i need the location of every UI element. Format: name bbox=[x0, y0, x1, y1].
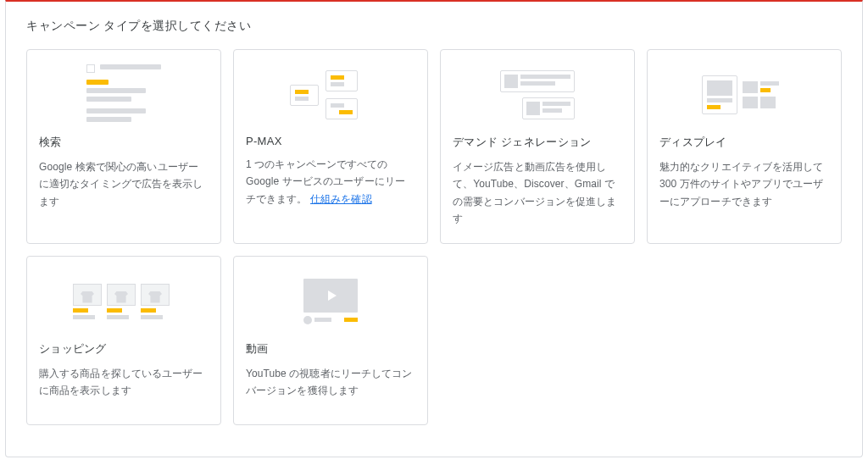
campaign-card-display[interactable]: ディスプレイ 魅力的なクリエイティブを活用して 300 万件のサイトやアプリでユ… bbox=[647, 49, 842, 244]
card-title: ショッピング bbox=[39, 341, 209, 357]
demand-gen-icon bbox=[453, 62, 622, 128]
campaign-card-video[interactable]: 動画 YouTube の視聴者にリーチしてコンバージョンを獲得します bbox=[233, 256, 428, 425]
card-desc: 1 つのキャンペーンですべての Google サービスのユーザーにリーチできます… bbox=[246, 156, 415, 208]
card-title: 検索 bbox=[39, 135, 209, 150]
pmax-icon bbox=[246, 62, 415, 128]
campaign-card-shopping[interactable]: ショッピング 購入する商品を探しているユーザーに商品を表示します bbox=[26, 256, 221, 425]
campaign-type-panel: キャンペーン タイプを選択してください 検索 Google 検索で関心の高いユー… bbox=[5, 0, 863, 457]
panel-title: キャンペーン タイプを選択してください bbox=[6, 2, 862, 49]
campaign-card-pmax[interactable]: P-MAX 1 つのキャンペーンですべての Google サービスのユーザーにリ… bbox=[233, 49, 428, 244]
learn-more-link[interactable]: 仕組みを確認 bbox=[310, 193, 372, 205]
campaign-card-search[interactable]: 検索 Google 検索で関心の高いユーザーに適切なタイミングで広告を表示します bbox=[26, 49, 221, 244]
card-title: デマンド ジェネレーション bbox=[453, 135, 622, 150]
cards-grid: 検索 Google 検索で関心の高いユーザーに適切なタイミングで広告を表示します… bbox=[6, 49, 862, 446]
card-desc: Google 検索で関心の高いユーザーに適切なタイミングで広告を表示します bbox=[39, 158, 209, 210]
campaign-card-demand-gen[interactable]: デマンド ジェネレーション イメージ広告と動画広告を使用して、YouTube、D… bbox=[440, 49, 635, 244]
shopping-icon bbox=[39, 268, 209, 335]
card-desc: イメージ広告と動画広告を使用して、YouTube、Discover、Gmail … bbox=[453, 158, 622, 228]
card-desc: YouTube の視聴者にリーチしてコンバージョンを獲得します bbox=[246, 365, 415, 400]
card-desc: 魅力的なクリエイティブを活用して 300 万件のサイトやアプリでユーザーにアプロ… bbox=[659, 158, 829, 210]
display-icon bbox=[659, 62, 829, 128]
card-title: ディスプレイ bbox=[659, 135, 829, 150]
card-title: P-MAX bbox=[246, 135, 415, 147]
video-icon bbox=[246, 268, 415, 335]
card-title: 動画 bbox=[246, 341, 415, 357]
search-icon bbox=[39, 62, 209, 128]
card-desc: 購入する商品を探しているユーザーに商品を表示します bbox=[39, 365, 209, 400]
